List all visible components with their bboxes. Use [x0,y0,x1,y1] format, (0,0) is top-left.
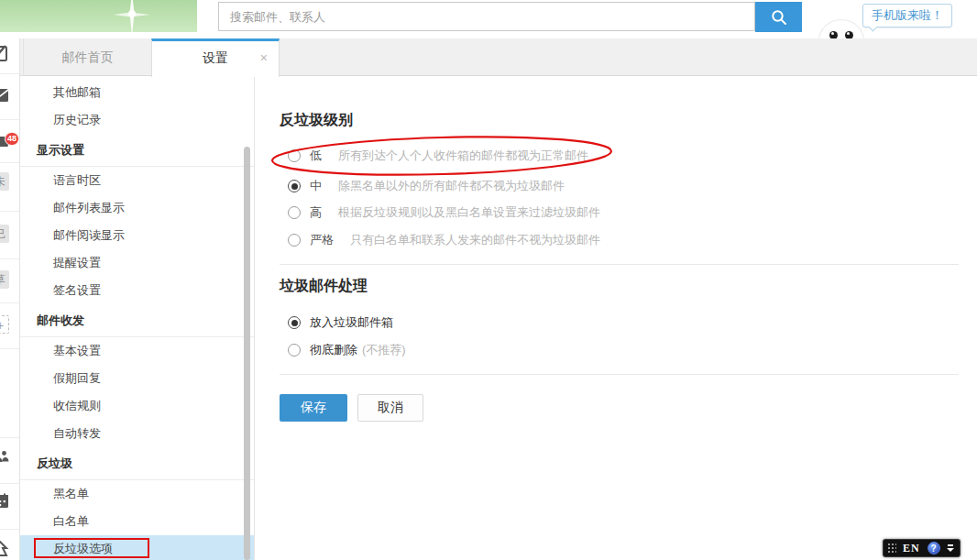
option-label: 严格 [310,232,334,248]
folder-icon-strip: 未 48 已 草 + [0,38,20,560]
envelope-icon[interactable] [0,88,9,106]
strip-divider [0,302,19,303]
sidebar-item-antispam-options[interactable]: 反垃圾选项 [20,535,254,560]
save-button[interactable]: 保存 [280,394,347,422]
section-divider [280,264,959,265]
radio-checked-icon[interactable] [288,180,301,192]
sidebar-item-signature-settings[interactable]: 签名设置 [20,277,254,304]
sidebar-item-whitelist[interactable]: 白名单 [20,508,254,535]
cancel-button[interactable]: 取消 [357,394,423,422]
sidebar-item-basic-settings[interactable]: 基本设置 [20,337,254,365]
help-icon[interactable]: ? [928,542,940,555]
bubble-tail [869,23,878,32]
section-divider [280,374,959,375]
mail-client-window: 手机版来啦！ 邮件首页 设置 × 未 48 已 草 + [0,0,977,560]
unread-count-badge: 48 [5,132,19,146]
tab-settings[interactable]: 设置 × [151,38,280,77]
radio-unchecked-icon[interactable] [288,344,301,357]
sparkle-icon [106,0,158,32]
radio-option-high[interactable]: 高 根据反垃圾规则以及黑白名单设置来过滤垃圾邮件 [288,203,600,222]
radio-option-medium[interactable]: 中 除黑名单以外的所有邮件都不视为垃圾邮件 [288,177,565,195]
contacts-icon[interactable] [0,449,9,467]
strip-divider [0,348,19,349]
option-desc: 除黑名单以外的所有邮件都不视为垃圾邮件 [338,178,565,194]
strip-divider [0,119,19,120]
top-bar: 手机版来啦！ [0,0,977,38]
search-input[interactable] [218,2,755,31]
strip-divider [0,162,19,163]
tab-mail-home[interactable]: 邮件首页 [23,38,151,76]
option-desc: 根据反垃圾规则以及黑白名单设置来过滤垃圾邮件 [338,204,600,221]
unread-mail-tile[interactable]: 未 [0,172,9,191]
option-label: 低 [310,148,322,164]
sidebar-header-mail-send-receive: 邮件收发 [20,304,254,337]
sidebar-header-display-settings: 显示设置 [20,134,254,167]
section-title-spam-handling: 垃圾邮件处理 [280,277,368,295]
option-label: 放入垃圾邮件箱 [310,314,393,331]
strip-divider [0,437,19,438]
draft-mail-tile[interactable]: 草 [0,270,9,289]
brand-banner [0,0,197,32]
tab-settings-label: 设置 [203,50,228,65]
search-button[interactable] [755,2,802,32]
sidebar-item-history[interactable]: 历史记录 [20,106,254,134]
radio-unchecked-icon[interactable] [288,234,301,247]
radio-option-low[interactable]: 低 所有到达个人个人收件箱的邮件都视为正常邮件 [288,147,588,165]
strip-divider [0,483,19,484]
radio-option-strict[interactable]: 严格 只有白名单和联系人发来的邮件不视为垃圾邮件 [288,231,600,249]
add-folder-button[interactable]: + [0,315,9,334]
option-suffix: (不推荐) [362,342,406,358]
option-label: 高 [310,204,322,221]
strip-divider [0,73,19,74]
sidebar-item-language-timezone[interactable]: 语言时区 [20,167,254,194]
close-icon[interactable]: × [260,41,268,75]
options-arrow-icon[interactable] [947,548,954,552]
search-icon [770,8,788,27]
sidebar-scrollbar[interactable] [244,147,250,560]
compose-icon[interactable] [0,44,9,66]
antispam-options-panel: 反垃圾级别 低 所有到达个人个人收件箱的邮件都视为正常邮件 中 除黑名单以外的所… [255,77,977,560]
misc-app-icon[interactable] [0,541,9,560]
minimize-icon[interactable] [948,544,953,546]
sidebar-item-reminder-settings[interactable]: 提醒设置 [20,249,254,277]
section-title-spam-level: 反垃圾级别 [280,111,353,129]
sidebar-item-mail-read-display[interactable]: 邮件阅读显示 [20,222,254,249]
option-desc: 所有到达个人个人收件箱的邮件都视为正常邮件 [338,148,588,164]
option-label: 彻底删除 [310,342,357,358]
radio-option-move-to-junk[interactable]: 放入垃圾邮件箱 [288,313,393,332]
calendar-icon[interactable] [0,493,9,512]
mobile-version-badge[interactable]: 手机版来啦！ [862,4,952,27]
option-label: 中 [310,178,322,194]
sidebar-item-mail-list-display[interactable]: 邮件列表显示 [20,194,254,222]
strip-divider [0,258,19,259]
strip-divider [0,529,19,530]
sidebar-header-antispam: 反垃圾 [20,447,254,480]
tab-bar: 邮件首页 设置 × [20,38,977,76]
mobile-version-text: 手机版来啦！ [872,8,943,22]
sidebar-item-receive-rules[interactable]: 收信规则 [20,392,254,420]
radio-unchecked-icon[interactable] [288,149,301,162]
sent-mail-tile[interactable]: 已 [0,225,9,243]
option-desc: 只有白名单和联系人发来的邮件不视为垃圾邮件 [350,232,600,248]
radio-option-delete-completely[interactable]: 彻底删除 (不推荐) [288,341,406,359]
language-indicator[interactable]: EN [903,542,920,555]
sidebar-item-vacation-reply[interactable]: 假期回复 [20,365,254,392]
drag-grip-icon[interactable] [887,543,896,554]
sidebar-item-auto-forward[interactable]: 自动转发 [20,420,254,447]
radio-unchecked-icon[interactable] [288,206,301,219]
settings-sidebar: 其他邮箱 历史记录 显示设置 语言时区 邮件列表显示 邮件阅读显示 提醒设置 签… [20,77,255,560]
language-bar-controls [947,544,954,552]
radio-checked-icon[interactable] [288,316,301,329]
strip-divider [0,211,19,212]
sidebar-item-other-mailbox[interactable]: 其他邮箱 [20,79,254,106]
sidebar-item-blacklist[interactable]: 黑名单 [20,480,254,508]
windows-language-bar[interactable]: EN ? [883,539,961,557]
